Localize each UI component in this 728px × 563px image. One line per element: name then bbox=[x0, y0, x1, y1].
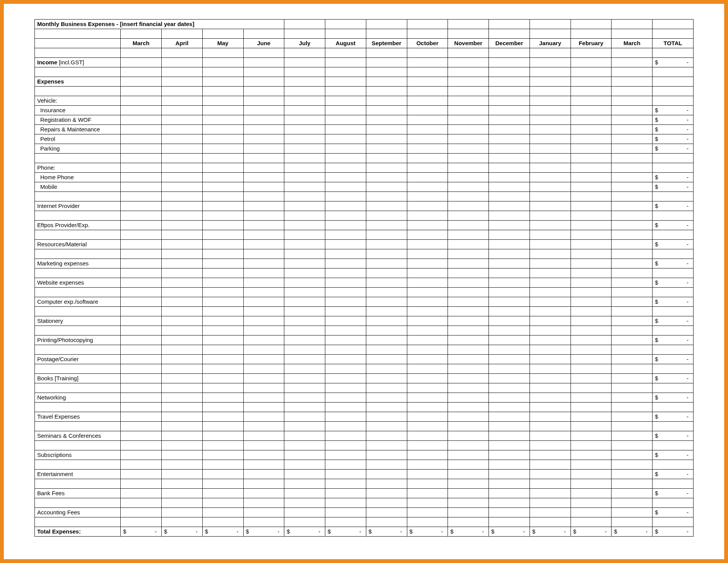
vehicle-item: Repairs & Maintenance bbox=[35, 125, 121, 134]
vehicle-item: Parking bbox=[35, 144, 121, 154]
expense-item: Bank Fees bbox=[35, 489, 121, 498]
table-row: Postage/Courier$- bbox=[35, 355, 694, 364]
blank-row bbox=[35, 87, 694, 96]
total-cell: $- bbox=[653, 221, 694, 230]
total-expenses-month-12: $- bbox=[612, 527, 653, 537]
total-expenses-month-8: $- bbox=[448, 527, 489, 537]
total-cell: $- bbox=[653, 374, 694, 383]
total-cell: $- bbox=[653, 450, 694, 460]
blank-row bbox=[35, 460, 694, 470]
total-expenses-row: Total Expenses:$-$-$-$-$-$-$-$-$-$-$-$-$… bbox=[35, 527, 694, 537]
blank-row bbox=[35, 211, 694, 221]
table-row: Subscriptions$- bbox=[35, 450, 694, 460]
total-cell: $- bbox=[653, 259, 694, 268]
expense-item: Postage/Courier bbox=[35, 355, 121, 364]
header-total: TOTAL bbox=[653, 39, 694, 48]
table-row: Printing/Photocopying$- bbox=[35, 336, 694, 345]
table-row: Mobile$- bbox=[35, 182, 694, 192]
table-row: Internet Provider$- bbox=[35, 201, 694, 211]
expense-item: Internet Provider bbox=[35, 201, 121, 211]
total-cell: $- bbox=[653, 173, 694, 182]
expense-item: Networking bbox=[35, 393, 121, 403]
total-cell: $- bbox=[653, 336, 694, 345]
table-row: Computer exp./software$- bbox=[35, 297, 694, 307]
total-cell: $- bbox=[653, 393, 694, 403]
expense-item: Entertainment bbox=[35, 470, 121, 479]
total-expenses-month-2: $- bbox=[202, 527, 243, 537]
blank-row bbox=[35, 268, 694, 278]
table-row: Bank Fees$- bbox=[35, 489, 694, 498]
total-expenses-month-7: $- bbox=[407, 527, 448, 537]
vehicle-item: Insurance bbox=[35, 106, 121, 115]
expense-table: Monthly Business Expenses - [insert fina… bbox=[34, 19, 694, 537]
blank-row bbox=[35, 154, 694, 163]
blank-row bbox=[35, 307, 694, 316]
total-cell: $- bbox=[653, 508, 694, 517]
blank-row bbox=[35, 422, 694, 431]
table-row: Phone: bbox=[35, 163, 694, 173]
expense-item: Printing/Photocopying bbox=[35, 336, 121, 345]
table-row: Insurance$- bbox=[35, 106, 694, 115]
blank-row bbox=[35, 345, 694, 355]
phone-section-label: Phone: bbox=[35, 163, 121, 173]
blank-row bbox=[35, 479, 694, 489]
header-month-7: October bbox=[407, 39, 448, 48]
table-row: Travel Expenses$- bbox=[35, 412, 694, 422]
expense-item: Stationery bbox=[35, 316, 121, 326]
table-row: Books [Training]$- bbox=[35, 374, 694, 383]
table-row: Networking$- bbox=[35, 393, 694, 403]
table-row: Vehicle: bbox=[35, 96, 694, 106]
total-cell: $- bbox=[653, 182, 694, 192]
total-cell: $- bbox=[653, 58, 694, 67]
total-expenses-month-6: $- bbox=[366, 527, 407, 537]
phone-item: Mobile bbox=[35, 182, 121, 192]
header-month-6: September bbox=[366, 39, 407, 48]
expense-item: Website expenses bbox=[35, 278, 121, 288]
header-month-3: June bbox=[243, 39, 284, 48]
total-cell: $- bbox=[653, 297, 694, 307]
blank-row bbox=[35, 441, 694, 450]
income-label: Income [incl.GST] bbox=[35, 58, 121, 67]
blank-row bbox=[35, 67, 694, 77]
total-cell: $- bbox=[653, 489, 694, 498]
expense-item: Subscriptions bbox=[35, 450, 121, 460]
total-expenses-month-1: $- bbox=[161, 527, 202, 537]
table-row: Income [incl.GST]$- bbox=[35, 58, 694, 67]
total-expenses-grand: $- bbox=[653, 527, 694, 537]
vehicle-item: Petrol bbox=[35, 134, 121, 144]
table-row: Accounting Fees$- bbox=[35, 508, 694, 517]
table-row: Eftpos Provider/Exp.$- bbox=[35, 221, 694, 230]
header-month-2: May bbox=[202, 39, 243, 48]
expense-item: Computer exp./software bbox=[35, 297, 121, 307]
total-cell: $- bbox=[653, 355, 694, 364]
header-month-4: July bbox=[284, 39, 325, 48]
total-expenses-month-5: $- bbox=[325, 527, 366, 537]
table-row: Parking$- bbox=[35, 144, 694, 154]
title-row: Monthly Business Expenses - [insert fina… bbox=[35, 20, 694, 29]
table-row: Expenses bbox=[35, 77, 694, 87]
expense-item: Books [Training] bbox=[35, 374, 121, 383]
total-cell: $- bbox=[653, 115, 694, 125]
total-expenses-month-3: $- bbox=[243, 527, 284, 537]
total-cell: $- bbox=[653, 412, 694, 422]
table-row: Marketing expenses$- bbox=[35, 259, 694, 268]
blank-row bbox=[35, 192, 694, 201]
blank-row bbox=[35, 517, 694, 527]
total-expenses-month-10: $- bbox=[530, 527, 571, 537]
total-cell: $- bbox=[653, 278, 694, 288]
total-cell: $- bbox=[653, 144, 694, 154]
blank-row bbox=[35, 364, 694, 374]
header-month-8: November bbox=[448, 39, 489, 48]
total-cell: $- bbox=[653, 431, 694, 441]
total-cell: $- bbox=[653, 201, 694, 211]
expense-item: Seminars & Conferences bbox=[35, 431, 121, 441]
document-frame: Monthly Business Expenses - [insert fina… bbox=[0, 0, 728, 563]
vehicle-section-label: Vehicle: bbox=[35, 96, 121, 106]
total-expenses-label: Total Expenses: bbox=[35, 527, 121, 537]
table-row: Stationery$- bbox=[35, 316, 694, 326]
header-row: MarchAprilMayJuneJulyAugustSeptemberOcto… bbox=[35, 39, 694, 48]
total-cell: $- bbox=[653, 106, 694, 115]
expense-item: Accounting Fees bbox=[35, 508, 121, 517]
blank-row bbox=[35, 326, 694, 336]
table-row: Website expenses$- bbox=[35, 278, 694, 288]
